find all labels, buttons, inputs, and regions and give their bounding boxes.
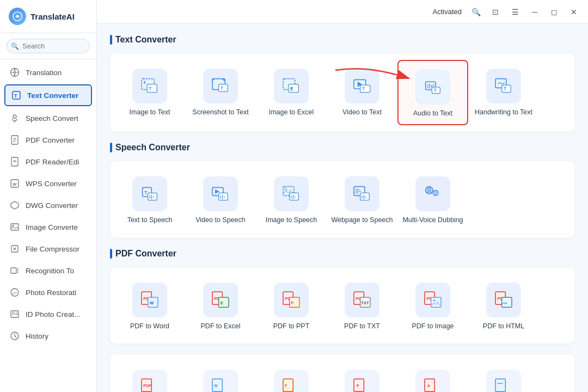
sidebar-label-translation: Translation: [26, 69, 62, 77]
svg-point-16: [13, 225, 14, 227]
svg-rect-58: [148, 193, 157, 200]
svg-rect-70: [290, 193, 299, 200]
tool-pdf-to-ppt[interactable]: PDF P PDF to PPT: [256, 274, 327, 337]
tool-extra-1[interactable]: PDF: [114, 361, 185, 392]
search-container: 🔍: [0, 33, 96, 59]
tool-pdf-to-excel[interactable]: PDF E PDF to Excel: [185, 274, 256, 337]
fullscreen-button[interactable]: ⊡: [488, 4, 503, 20]
sidebar-item-wps[interactable]: W WPS Converter: [0, 173, 96, 194]
svg-text:T: T: [14, 93, 17, 99]
svg-text:E: E: [290, 86, 293, 91]
svg-text:W: W: [214, 384, 218, 388]
restore-button[interactable]: ◻: [547, 4, 562, 20]
pdf-converter-title: PDF Converter: [110, 249, 575, 259]
tool-pdf-to-image[interactable]: PDF PDF to Image: [397, 274, 468, 337]
tool-video-to-text[interactable]: T Video to Text: [327, 60, 397, 125]
sidebar-item-image[interactable]: Image Converte: [0, 216, 96, 238]
sidebar-item-speech[interactable]: Speech Convert: [0, 107, 96, 129]
sidebar-label-history: History: [26, 332, 48, 340]
video-to-speech-icon-box: [203, 176, 238, 211]
minimize-button[interactable]: ─: [527, 4, 542, 20]
pdf-to-image-icon-box: PDF: [415, 283, 450, 317]
svg-rect-18: [11, 268, 16, 273]
sidebar-item-history[interactable]: History: [0, 325, 96, 347]
svg-text:T: T: [144, 190, 148, 195]
menu-button[interactable]: ☰: [507, 4, 523, 20]
image-icon: [9, 222, 20, 232]
svg-text:E: E: [220, 300, 223, 305]
main-content: Activated 🔍 ⊡ ☰ ─ ◻ ✕ Text Converter: [97, 0, 588, 392]
tool-screenshot-to-text[interactable]: T Screenshot to Text: [185, 60, 256, 125]
text-converter-tools: T Image to Text T: [110, 53, 575, 132]
tool-handwriting-to-text[interactable]: T Handwriting to Text: [468, 60, 539, 125]
sidebar-nav: Translation T Text Converter Speech Conv: [0, 59, 96, 392]
tool-image-to-text[interactable]: T Image to Text: [114, 60, 185, 125]
image-to-excel-label: Image to Excel: [269, 108, 314, 117]
close-button[interactable]: ✕: [566, 4, 581, 20]
svg-marker-14: [11, 201, 19, 209]
webpage-to-speech-label: Webpage to Speech: [331, 216, 393, 224]
pdf-to-ppt-label: PDF to PPT: [273, 322, 310, 330]
sidebar-label-photo: Photo Restorati: [26, 289, 76, 297]
tool-extra-4[interactable]: P: [327, 361, 397, 392]
svg-point-105: [433, 299, 435, 301]
extra-2-icon: W: [203, 370, 238, 392]
speech-icon: [9, 113, 20, 124]
sidebar-item-photo[interactable]: Photo Restorati: [0, 281, 96, 303]
image-to-excel-icon-box: E: [274, 69, 309, 103]
webpage-to-speech-icon-box: [345, 176, 379, 211]
extra-6-icon: [486, 370, 521, 392]
tool-extra-2[interactable]: W: [185, 361, 256, 392]
search-button[interactable]: 🔍: [468, 4, 483, 20]
sidebar-label-image: Image Converte: [26, 223, 78, 231]
pdf-to-excel-icon-box: PDF E: [203, 283, 238, 317]
sidebar-item-dwg[interactable]: DWG Converter: [0, 194, 96, 216]
tool-video-to-speech[interactable]: Video to Speech: [185, 168, 256, 231]
sidebar-item-text-converter[interactable]: T Text Converter: [4, 84, 92, 106]
text-converter-title: Text Converter: [110, 35, 575, 45]
tool-extra-5[interactable]: A: [397, 361, 468, 392]
video-to-text-label: Video to Text: [342, 108, 382, 117]
svg-point-5: [13, 115, 16, 118]
search-icon: 🔍: [11, 42, 19, 50]
tool-audio-to-text[interactable]: T Audio to Text: [397, 60, 468, 125]
pdf-to-excel-label: PDF to Excel: [201, 322, 241, 330]
sidebar-item-compressor[interactable]: File Compressor: [0, 238, 96, 260]
tool-extra-3[interactable]: F: [256, 361, 327, 392]
svg-text:W: W: [13, 182, 17, 187]
sidebar-label-pdf-reader: PDF Reader/Edi: [26, 158, 79, 166]
tool-pdf-to-txt[interactable]: PDF TXT PDF to TXT: [327, 274, 397, 337]
svg-rect-120: [495, 379, 505, 391]
svg-rect-64: [219, 193, 228, 200]
tool-multi-voice[interactable]: Multi-Voice Dubbing: [397, 168, 468, 231]
sidebar-item-translation[interactable]: Translation: [0, 62, 96, 83]
tool-extra-6[interactable]: [468, 361, 539, 392]
more-tools-row: PDF W F: [110, 354, 575, 392]
tool-text-to-speech[interactable]: T Text to Speech: [114, 168, 185, 231]
recognition-icon: [9, 265, 20, 276]
svg-text:W: W: [150, 300, 154, 305]
tool-image-to-speech[interactable]: Image to Speech: [256, 168, 327, 231]
image-to-text-icon-box: T: [132, 69, 167, 103]
text-to-speech-label: Text to Speech: [127, 216, 173, 224]
svg-text:P: P: [291, 300, 293, 305]
pdf-converter-tools: PDF W PDF to Word PDF E: [110, 267, 575, 344]
svg-text:T: T: [504, 86, 506, 91]
text-converter-section: Text Converter T: [110, 35, 575, 132]
pdf-to-image-label: PDF to Image: [412, 322, 454, 330]
tool-webpage-to-speech[interactable]: Webpage to Speech: [327, 168, 397, 231]
pdf-reader-icon: [9, 156, 20, 167]
sidebar-item-id-photo[interactable]: ID Photo Creat...: [0, 303, 96, 325]
tool-pdf-to-word[interactable]: PDF W PDF to Word: [114, 274, 185, 337]
pdf-to-html-label: PDF to HTML: [483, 322, 524, 330]
pdf-to-txt-label: PDF to TXT: [344, 322, 380, 330]
tool-image-to-excel[interactable]: E Image to Excel: [256, 60, 327, 125]
wps-icon: W: [9, 178, 20, 189]
sidebar-item-recognition[interactable]: Recognition To: [0, 260, 96, 281]
titlebar: Activated 🔍 ⊡ ☰ ─ ◻ ✕: [97, 0, 588, 24]
audio-to-text-icon-box: T: [415, 70, 450, 105]
sidebar-item-pdf[interactable]: PDF Converter: [0, 129, 96, 151]
sidebar-label-wps: WPS Converter: [26, 180, 77, 188]
sidebar-item-pdf-reader[interactable]: PDF Reader/Edi: [0, 151, 96, 173]
tool-pdf-to-html[interactable]: PDF </> PDF to HTML: [468, 274, 539, 337]
